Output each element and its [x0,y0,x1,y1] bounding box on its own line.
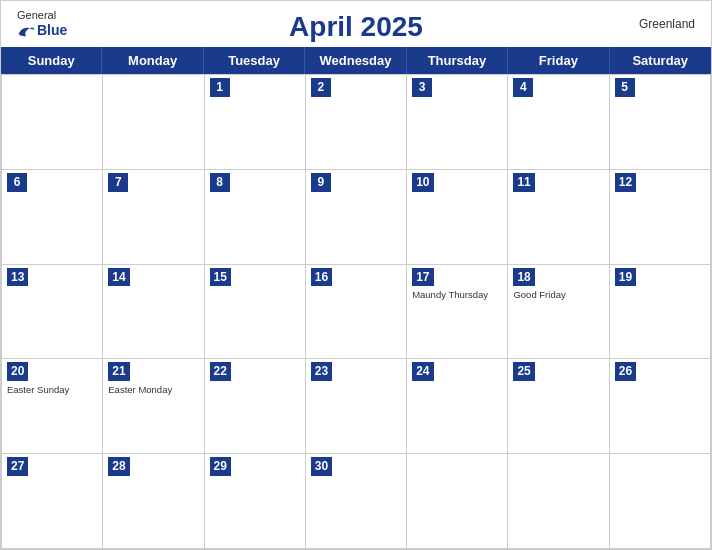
logo-bird-icon [17,24,35,38]
day-cell: 21Easter Monday [103,359,204,454]
day-number: 12 [615,173,636,192]
header-thursday: Thursday [407,47,508,74]
header-saturday: Saturday [610,47,711,74]
day-number: 4 [513,78,533,97]
day-number: 5 [615,78,635,97]
header-tuesday: Tuesday [204,47,305,74]
day-cell: 30 [306,454,407,549]
day-number: 6 [7,173,27,192]
day-cell: 19 [610,265,711,360]
day-number: 14 [108,268,129,287]
holiday-name: Easter Monday [108,384,198,396]
day-number: 9 [311,173,331,192]
day-cell [407,454,508,549]
day-number: 17 [412,268,433,287]
day-cell: 18Good Friday [508,265,609,360]
day-number: 10 [412,173,433,192]
day-number: 23 [311,362,332,381]
day-number: 8 [210,173,230,192]
day-cell: 16 [306,265,407,360]
header-monday: Monday [102,47,203,74]
header-wednesday: Wednesday [305,47,406,74]
month-title: April 2025 [289,11,423,43]
day-cell: 27 [2,454,103,549]
day-cell [508,454,609,549]
logo: General Blue [17,9,67,39]
day-cell [103,75,204,170]
calendar-header: General Blue April 2025 Greenland [1,1,711,47]
day-cell: 13 [2,265,103,360]
day-cell: 15 [205,265,306,360]
day-cell: 9 [306,170,407,265]
day-number: 11 [513,173,534,192]
day-number: 16 [311,268,332,287]
day-number: 24 [412,362,433,381]
day-number: 25 [513,362,534,381]
day-number: 26 [615,362,636,381]
day-number: 1 [210,78,230,97]
day-number: 22 [210,362,231,381]
day-cell: 17Maundy Thursday [407,265,508,360]
day-cell: 2 [306,75,407,170]
day-cell: 10 [407,170,508,265]
day-number: 13 [7,268,28,287]
calendar: General Blue April 2025 Greenland Sunday… [0,0,712,550]
day-number: 19 [615,268,636,287]
day-number: 30 [311,457,332,476]
day-number: 18 [513,268,534,287]
day-cell: 12 [610,170,711,265]
day-number: 28 [108,457,129,476]
day-cell [610,454,711,549]
day-cell: 22 [205,359,306,454]
header-sunday: Sunday [1,47,102,74]
day-number: 3 [412,78,432,97]
header-friday: Friday [508,47,609,74]
holiday-name: Easter Sunday [7,384,97,396]
day-cell: 4 [508,75,609,170]
day-cell: 26 [610,359,711,454]
day-number: 27 [7,457,28,476]
day-number: 29 [210,457,231,476]
day-number: 7 [108,173,128,192]
day-number: 20 [7,362,28,381]
day-cell: 6 [2,170,103,265]
day-cell: 8 [205,170,306,265]
logo-general-text: General [17,9,56,22]
day-cell: 5 [610,75,711,170]
day-headers-row: Sunday Monday Tuesday Wednesday Thursday… [1,47,711,74]
day-cell: 11 [508,170,609,265]
day-cell: 25 [508,359,609,454]
day-number: 2 [311,78,331,97]
day-number: 15 [210,268,231,287]
day-cell: 7 [103,170,204,265]
day-cell: 23 [306,359,407,454]
region-label: Greenland [639,17,695,31]
day-cell [2,75,103,170]
day-cell: 3 [407,75,508,170]
day-cell: 20Easter Sunday [2,359,103,454]
day-number: 21 [108,362,129,381]
calendar-grid: 1234567891011121314151617Maundy Thursday… [1,74,711,549]
holiday-name: Good Friday [513,289,603,301]
day-cell: 24 [407,359,508,454]
day-cell: 28 [103,454,204,549]
holiday-name: Maundy Thursday [412,289,502,301]
day-cell: 14 [103,265,204,360]
day-cell: 29 [205,454,306,549]
logo-blue-text: Blue [17,22,67,39]
day-cell: 1 [205,75,306,170]
